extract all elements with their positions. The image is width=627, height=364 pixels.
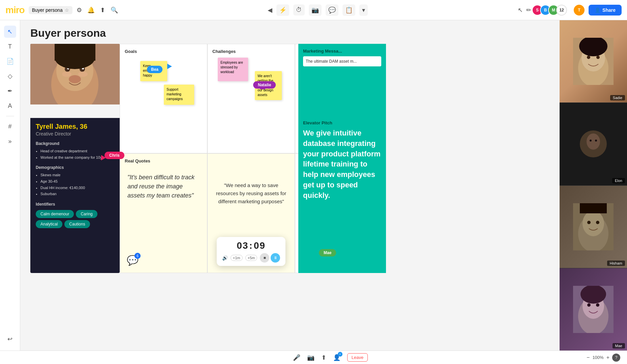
leave-badge: • bbox=[338, 352, 342, 357]
main-canvas: Buyer persona bbox=[20, 20, 627, 351]
microphone-icon[interactable]: 🎤 bbox=[293, 354, 300, 361]
leave-button[interactable]: Leave bbox=[347, 353, 368, 362]
timer-icon[interactable]: ⏱ bbox=[293, 4, 305, 16]
timer-separator: : bbox=[249, 240, 253, 251]
chris-cursor-area: Chris bbox=[101, 155, 106, 160]
lightning-icon[interactable]: ⚡ bbox=[276, 4, 289, 16]
natalie-cursor-area: Natalie bbox=[260, 85, 282, 92]
zoom-in-icon[interactable]: + bbox=[606, 355, 609, 361]
text-tool[interactable]: T bbox=[4, 40, 16, 53]
demographics-list: Skews male Age 30-45 Dual HH income: €14… bbox=[36, 172, 114, 197]
share-icon: 👤 bbox=[595, 7, 600, 13]
identifier-calm[interactable]: Calm demenour bbox=[36, 210, 74, 218]
goals-sticky-2[interactable]: Support marketing campaigns bbox=[164, 85, 194, 105]
marketing-section: Marketing Messa... The ultimate DAM asse… bbox=[303, 49, 381, 66]
mae-cursor-label: Mae bbox=[319, 249, 336, 256]
svg-rect-9 bbox=[55, 44, 95, 61]
background-title: Background bbox=[36, 141, 114, 146]
upload-icon[interactable]: ⬆ bbox=[100, 6, 105, 14]
svg-point-16 bbox=[587, 56, 590, 59]
star-icon[interactable]: ☆ bbox=[65, 7, 69, 13]
real-quotes-section: Real Quotes "It's been difficult to trac… bbox=[120, 153, 207, 273]
video-tile-hisham: Hisham bbox=[560, 186, 627, 268]
persona-name: Tyrell James, 36 bbox=[36, 123, 114, 130]
persona-info: Tyrell James, 36 Creative Director Backg… bbox=[30, 118, 120, 233]
video-bg-mae bbox=[560, 268, 627, 351]
challenges-title: Challenges bbox=[212, 49, 290, 54]
miro-logo: miro bbox=[5, 5, 25, 16]
marketing-title: Marketing Messa... bbox=[303, 49, 381, 54]
chat-icon[interactable]: 💬 bbox=[326, 4, 338, 16]
select-tool[interactable]: ↖ bbox=[4, 26, 16, 38]
svg-point-7 bbox=[69, 75, 81, 83]
timer-display-row: 03 : 09 bbox=[237, 240, 266, 251]
search-icon[interactable]: 🔍 bbox=[111, 6, 118, 14]
video-tile-elon: Elon bbox=[560, 103, 627, 185]
chat-icon-container[interactable]: 💬 6 bbox=[127, 255, 139, 266]
challenges-sticky-1[interactable]: Employees are stressed by workload bbox=[218, 58, 248, 81]
board-icon[interactable]: 📋 bbox=[342, 4, 355, 16]
marketing-elevator-panel: Marketing Messa... The ultimate DAM asse… bbox=[298, 44, 386, 273]
sticky-tool[interactable]: 📄 bbox=[4, 55, 16, 67]
help-button[interactable]: ? bbox=[612, 354, 620, 362]
arrow-left-icon[interactable]: ◀ bbox=[268, 6, 272, 14]
svg-point-20 bbox=[587, 133, 600, 150]
timer-add-5m[interactable]: +5m bbox=[245, 255, 258, 261]
quote-2: "We need a way to save resources by reus… bbox=[212, 179, 290, 208]
timer-controls-row: 🔊 +1m +5m ■ ⏸ bbox=[222, 253, 280, 263]
real-quotes-section-2: "We need a way to save resources by reus… bbox=[207, 153, 295, 273]
more-tools-icon[interactable]: ▾ bbox=[359, 4, 368, 16]
left-toolbar: ↖ T 📄 ◇ ✒ A # » ↩ bbox=[0, 20, 20, 351]
frame-tool[interactable]: # bbox=[4, 120, 16, 132]
svg-rect-12 bbox=[30, 104, 120, 118]
svg-point-22 bbox=[595, 140, 597, 142]
zoom-out-icon[interactable]: − bbox=[587, 355, 590, 361]
shape-tool[interactable]: ◇ bbox=[4, 70, 16, 82]
avatar-self: T bbox=[573, 4, 585, 16]
pointer-icon[interactable]: ✏ bbox=[526, 6, 531, 14]
svg-point-27 bbox=[596, 221, 599, 224]
timer-widget: 03 : 09 🔊 +1m +5m ■ ⏸ bbox=[217, 237, 286, 266]
persona-photo bbox=[30, 44, 120, 118]
timer-sound-icon[interactable]: 🔊 bbox=[222, 255, 228, 261]
svg-point-32 bbox=[587, 303, 591, 307]
video-camera-icon[interactable]: 📷 bbox=[307, 354, 315, 361]
project-title-bar[interactable]: Buyer persona ☆ bbox=[29, 6, 72, 14]
real-quotes-title: Real Quotes bbox=[125, 158, 202, 163]
bell-icon[interactable]: 🔔 bbox=[87, 6, 95, 14]
camera-icon[interactable]: 📷 bbox=[309, 4, 322, 16]
timer-pause-button[interactable]: ⏸ bbox=[271, 253, 280, 263]
bea-cursor-label: Bea bbox=[147, 66, 162, 73]
bea-cursor-arrow bbox=[167, 64, 172, 69]
timer-add-1m[interactable]: +1m bbox=[231, 255, 243, 261]
identifier-analytical[interactable]: Analytical bbox=[36, 220, 62, 228]
share-button[interactable]: 👤 Share bbox=[589, 5, 622, 16]
cursor-tool-icon[interactable]: ↖ bbox=[518, 6, 523, 14]
svg-point-21 bbox=[590, 140, 592, 142]
expand-icon[interactable]: » bbox=[4, 135, 16, 147]
svg-rect-28 bbox=[580, 203, 607, 213]
settings-icon[interactable]: ⚙ bbox=[77, 6, 82, 14]
demographics-title: Demographics bbox=[36, 165, 114, 170]
background-item-1: Head of creative department bbox=[40, 148, 114, 154]
avatar-count[interactable]: 12 bbox=[556, 5, 567, 16]
avatar-group: S B M 12 bbox=[535, 5, 567, 16]
identifier-cautions[interactable]: Cautions bbox=[64, 220, 90, 228]
video-bg-hisham bbox=[560, 186, 627, 268]
goals-section: Goals Keep employees happy Support marke… bbox=[120, 44, 207, 153]
undo-icon[interactable]: ↩ bbox=[4, 333, 16, 345]
demographics-item-4: Suburban bbox=[40, 191, 114, 197]
toolbar-separator bbox=[6, 116, 14, 116]
svg-point-25 bbox=[583, 211, 604, 236]
demographics-item-2: Age 30-45 bbox=[40, 178, 114, 185]
pen-tool[interactable]: ✒ bbox=[4, 85, 16, 97]
canvas-title: Buyer persona bbox=[30, 27, 106, 39]
natalie-cursor-label: Natalie bbox=[253, 81, 276, 89]
quote-1: "It's been difficult to track and reuse … bbox=[125, 170, 202, 203]
handwriting-tool[interactable]: A bbox=[4, 100, 16, 112]
screenshare-icon[interactable]: ⬆ bbox=[321, 354, 326, 361]
timer-stop-button[interactable]: ■ bbox=[260, 253, 269, 263]
identifier-caring[interactable]: Caring bbox=[76, 210, 97, 218]
zoom-level: 100% bbox=[592, 355, 603, 360]
timer-seconds: 09 bbox=[254, 240, 266, 251]
